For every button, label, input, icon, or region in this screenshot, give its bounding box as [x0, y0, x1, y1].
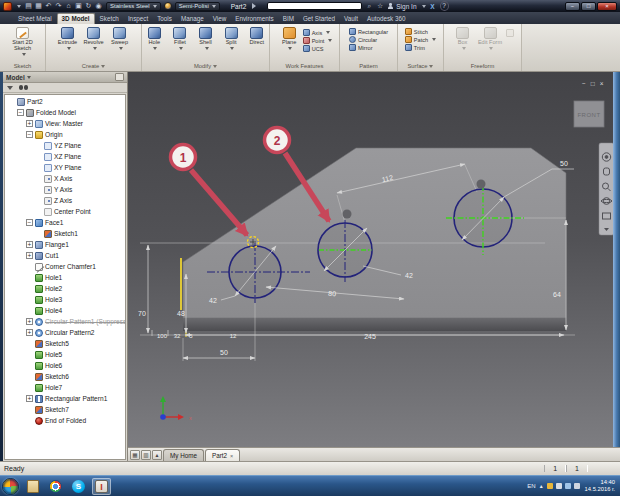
tab-sketch[interactable]: Sketch — [96, 14, 123, 24]
group-label-modify[interactable]: Modify — [142, 62, 269, 71]
close-button[interactable]: × — [597, 2, 617, 11]
taskbar-app-skype[interactable]: S — [69, 478, 88, 495]
rectangular-pattern-button[interactable]: Rectangular — [349, 28, 388, 35]
browser-header[interactable]: Model — [3, 72, 127, 83]
browser-pin-button[interactable] — [115, 73, 124, 81]
ucs-button[interactable]: UCS — [303, 45, 333, 52]
model-canvas[interactable]: 70 48 42 100 32 5 12 50 80 42 112 50 64 … — [128, 72, 620, 447]
navigation-bar[interactable] — [599, 143, 614, 235]
direct-button[interactable]: Direct — [244, 26, 269, 46]
tile-windows-button[interactable]: ▦ — [130, 450, 140, 460]
doc-minimize-icon[interactable]: − — [582, 80, 586, 87]
view-cube[interactable]: FRONT — [574, 101, 604, 127]
doc-close-icon[interactable]: × — [600, 80, 604, 87]
taskbar-app-inventor[interactable]: I — [92, 478, 111, 495]
tree-item-hole2[interactable]: Hole2 — [5, 283, 125, 294]
tree-item-face1[interactable]: −Face1 — [5, 217, 125, 228]
qat-icon-3[interactable]: ↷ — [54, 2, 63, 10]
tree-item-circular-pattern2[interactable]: +Circular Pattern2 — [5, 327, 125, 338]
tree-item-hole7[interactable]: Hole7 — [5, 382, 125, 393]
tree-item-sketch7[interactable]: Sketch7 — [5, 404, 125, 415]
tree-item-flange1[interactable]: +Flange1 — [5, 239, 125, 250]
plane-button[interactable]: Plane — [277, 26, 302, 50]
tree-expander[interactable]: + — [26, 252, 33, 259]
tray-expand-icon[interactable]: ▲ — [539, 483, 544, 489]
tree-item-cut1[interactable]: +Cut1 — [5, 250, 125, 261]
qat-icon-2[interactable]: ↶ — [44, 2, 53, 10]
tree-item-hole1[interactable]: Hole1 — [5, 272, 125, 283]
tree-expander[interactable]: + — [26, 241, 33, 248]
filter-icon[interactable] — [7, 86, 13, 90]
tree-item-hole6[interactable]: Hole6 — [5, 360, 125, 371]
chevron-down-icon[interactable] — [422, 5, 426, 8]
tab-tools[interactable]: Tools — [153, 14, 176, 24]
qat-icon-7[interactable]: ◉ — [94, 2, 103, 10]
patch-button[interactable]: Patch — [405, 36, 436, 43]
mirror-button[interactable]: Mirror — [349, 44, 388, 51]
tab-3d-model[interactable]: 3D Model — [57, 13, 95, 24]
tab-inspect[interactable]: Inspect — [124, 14, 152, 24]
tab-manage[interactable]: Manage — [177, 14, 208, 24]
tab-close-icon[interactable]: × — [230, 453, 233, 459]
sign-in-button[interactable]: Sign In — [396, 3, 416, 10]
maximize-button[interactable]: □ — [581, 2, 596, 11]
tree-item-y-axis[interactable]: Y Axis — [5, 184, 125, 195]
fillet-button[interactable]: Fillet — [168, 26, 193, 50]
revolve-button[interactable]: Revolve — [81, 26, 106, 50]
find-icon[interactable] — [19, 85, 28, 91]
qat-icon-6[interactable]: ↻ — [84, 2, 93, 10]
sweep-button[interactable]: Sweep — [107, 26, 132, 50]
tab-get-started[interactable]: Get Started — [299, 14, 339, 24]
appearance-combo[interactable]: Semi-Polisi — [175, 2, 220, 11]
tree-item-xy-plane[interactable]: XY Plane — [5, 162, 125, 173]
expand-tabbar-button[interactable]: ▴ — [152, 450, 162, 460]
extrude-button[interactable]: Extrude — [55, 26, 80, 50]
tab-environments[interactable]: Environments — [231, 14, 278, 24]
star-icon[interactable]: ☆ — [376, 2, 384, 10]
qat-icon-4[interactable]: ⌂ — [64, 2, 73, 10]
tray-alert-icon[interactable] — [547, 483, 553, 489]
trim-button[interactable]: Trim — [405, 44, 436, 51]
tray-volume-icon[interactable] — [574, 483, 580, 489]
center-dot[interactable] — [343, 210, 352, 219]
app-menu-caret-icon[interactable] — [17, 5, 21, 8]
group-label-create[interactable]: Create — [46, 62, 141, 71]
point-button[interactable]: Point — [303, 37, 333, 44]
appearance-ball-icon[interactable] — [164, 2, 172, 10]
shell-button[interactable]: Shell — [193, 26, 218, 50]
tree-item-corner-chamfer1[interactable]: Corner Chamfer1 — [5, 261, 125, 272]
tree-item-x-axis[interactable]: X Axis — [5, 173, 125, 184]
taskbar-clock[interactable]: 14:40 14.5.2016 г. — [585, 479, 615, 492]
tree-item-circular-pattern1-suppressed-[interactable]: +Circular Pattern1 (Suppressed) — [5, 316, 125, 327]
tab-view[interactable]: View — [209, 14, 231, 24]
taskbar-app-chrome[interactable] — [46, 478, 65, 495]
tab-my-home[interactable]: My Home — [163, 449, 204, 461]
tab-vault[interactable]: Vault — [340, 14, 362, 24]
tree-expander[interactable]: + — [26, 329, 33, 336]
material-combo[interactable]: Stainless Steel — [106, 2, 161, 11]
search-input[interactable] — [267, 2, 362, 10]
tree-item-hole3[interactable]: Hole3 — [5, 294, 125, 305]
tree-item-part2[interactable]: Part2 — [5, 96, 125, 107]
tab-sheet-metal[interactable]: Sheet Metal — [14, 14, 56, 24]
autodesk360-icon[interactable]: X — [429, 3, 437, 10]
tree-item-origin[interactable]: −Origin — [5, 129, 125, 140]
tree-expander[interactable]: − — [17, 109, 24, 116]
tree-expander[interactable]: + — [26, 395, 33, 402]
play-arrow-icon[interactable] — [252, 3, 256, 9]
tree-item-xz-plane[interactable]: XZ Plane — [5, 151, 125, 162]
tree-item-sketch6[interactable]: Sketch6 — [5, 371, 125, 382]
group-label-surface[interactable]: Surface — [398, 62, 443, 71]
tree-item-z-axis[interactable]: Z Axis — [5, 195, 125, 206]
tree-expander[interactable]: − — [26, 219, 33, 226]
tree-expander[interactable]: − — [26, 131, 33, 138]
split-button[interactable]: Split — [219, 26, 244, 50]
tab-autodesk-360[interactable]: Autodesk 360 — [363, 14, 410, 24]
tree-expander[interactable]: + — [26, 120, 33, 127]
taskbar-app-clipboard[interactable] — [23, 478, 42, 495]
box-button[interactable]: Box — [450, 26, 475, 50]
tree-item-sketch1[interactable]: Sketch1 — [5, 228, 125, 239]
tree-item-view-master[interactable]: +View: Master — [5, 118, 125, 129]
language-indicator[interactable]: EN — [527, 483, 535, 489]
start-2d-sketch-button[interactable]: Start 2D Sketch — [6, 26, 40, 56]
